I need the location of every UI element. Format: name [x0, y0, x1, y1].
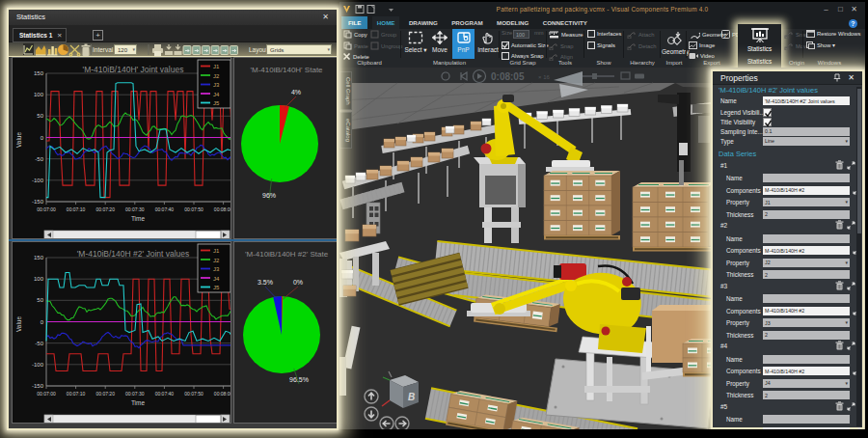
svg-text:00:07:40: 00:07:40 [155, 206, 175, 212]
svg-text:J4: J4 [213, 92, 220, 97]
svg-text:100: 100 [34, 276, 44, 282]
svg-text:J5: J5 [213, 285, 220, 290]
svg-text:00:07:50: 00:07:50 [184, 391, 203, 397]
svg-text:150: 150 [34, 255, 44, 260]
svg-text:Value: Value [15, 132, 22, 149]
svg-text:00:07:30: 00:07:30 [125, 206, 145, 212]
svg-text:-150: -150 [32, 383, 44, 389]
svg-text:150: 150 [34, 70, 44, 76]
svg-text:× 16: × 16 [538, 74, 551, 80]
svg-text:J3: J3 [213, 82, 220, 88]
svg-text:-100: -100 [32, 362, 44, 368]
svg-text:3.5%: 3.5% [258, 279, 273, 286]
svg-text:'M-410iB/140H' State: 'M-410iB/140H' State [250, 66, 323, 74]
svg-text:96%: 96% [262, 192, 276, 199]
svg-text:J3: J3 [213, 266, 220, 272]
svg-text:J1: J1 [213, 64, 220, 69]
svg-text:50: 50 [37, 297, 43, 303]
svg-text:J1: J1 [213, 248, 220, 254]
svg-text:0:08:05: 0:08:05 [491, 71, 525, 82]
svg-text:00:07:30: 00:07:30 [125, 391, 145, 397]
svg-text:'M-410iB/140H' Joint values: 'M-410iB/140H' Joint values [83, 65, 184, 74]
svg-text:50: 50 [37, 113, 43, 119]
svg-text:-50: -50 [35, 341, 43, 346]
svg-text:00:08:00: 00:08:00 [214, 391, 231, 397]
svg-text:00:07:10: 00:07:10 [67, 206, 86, 212]
svg-text:'M-410iB/140H #2' Joint values: 'M-410iB/140H #2' Joint values [77, 249, 190, 259]
svg-text:4%: 4% [291, 89, 301, 96]
svg-text:J4: J4 [213, 276, 220, 282]
svg-text:Time: Time [131, 215, 146, 222]
svg-text:J2: J2 [213, 73, 220, 79]
svg-text:100: 100 [34, 92, 44, 97]
svg-text:00:07:00: 00:07:00 [37, 391, 56, 397]
svg-text:00:07:20: 00:07:20 [95, 391, 115, 397]
svg-text:-150: -150 [32, 199, 44, 205]
svg-text:B: B [408, 392, 415, 402]
svg-text:0%: 0% [293, 279, 303, 286]
svg-text:00:07:40: 00:07:40 [155, 391, 175, 397]
svg-text:00:08:00: 00:08:00 [214, 206, 231, 212]
svg-text:-100: -100 [32, 178, 44, 183]
svg-text:00:07:10: 00:07:10 [67, 391, 86, 397]
svg-text:'M-410iB/140H #2' State: 'M-410iB/140H #2' State [245, 250, 329, 259]
svg-text:Value: Value [15, 316, 22, 333]
svg-text:00:07:20: 00:07:20 [95, 206, 115, 212]
svg-text:00:07:50: 00:07:50 [184, 206, 203, 212]
svg-text:J5: J5 [213, 100, 220, 106]
svg-text:96.5%: 96.5% [289, 376, 309, 383]
svg-text:Time: Time [131, 399, 146, 406]
svg-text:J2: J2 [213, 258, 220, 263]
svg-text:-50: -50 [35, 156, 43, 162]
svg-text:00:07:00: 00:07:00 [37, 206, 56, 212]
